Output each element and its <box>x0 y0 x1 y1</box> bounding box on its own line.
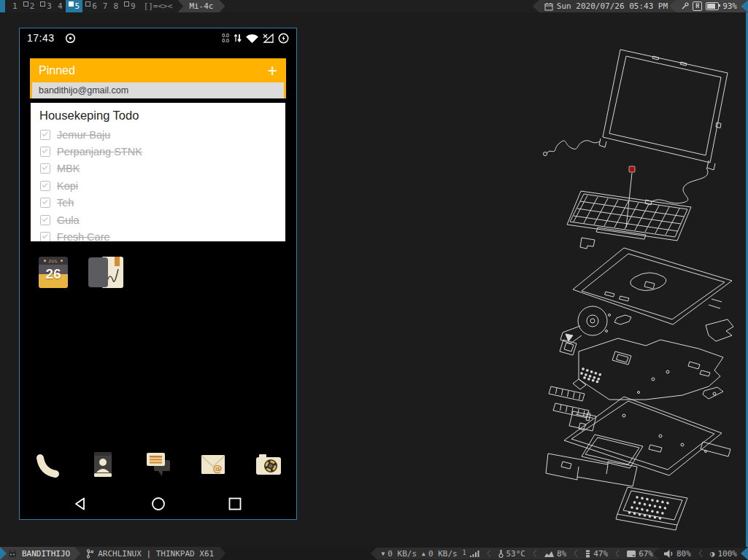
git-branch-icon <box>86 549 93 559</box>
todo-item[interactable]: Teh <box>31 195 285 211</box>
host-module: ARCHLINUX | THINKPAD X61 <box>74 547 225 560</box>
occupied-marker-icon <box>85 1 90 7</box>
thinkpad-exploded-art <box>536 29 741 532</box>
layout-indicator: []=<>< <box>144 1 173 11</box>
todo-item[interactable]: Jemur Baju <box>31 126 285 143</box>
workspace-8[interactable]: 8 <box>110 0 121 12</box>
widget-title: Pinned <box>39 64 75 77</box>
battery-percent: 93% <box>722 1 737 11</box>
checked-checkbox-icon[interactable] <box>40 198 50 208</box>
bar-edge-accent <box>0 0 5 12</box>
home-icon[interactable] <box>144 491 173 517</box>
memory-stick-icon <box>585 550 590 558</box>
add-note-button[interactable]: + <box>268 63 277 78</box>
user-module: BANDITHIJO <box>0 547 80 560</box>
svg-text:@: @ <box>213 463 223 474</box>
focused-marker-icon <box>69 1 74 7</box>
battery-saver-icon <box>278 33 289 44</box>
workspace-5-active[interactable]: 5 <box>66 0 83 12</box>
account-row[interactable]: bandithijo@gmail.com <box>30 82 286 98</box>
widget-header: Pinned + <box>30 58 286 82</box>
workspace-2[interactable]: 2 <box>20 0 38 12</box>
separator-icon <box>615 549 620 558</box>
volume-module[interactable]: 80% <box>664 549 691 559</box>
back-icon[interactable] <box>66 491 96 517</box>
window-title: Mi-4c <box>177 0 225 12</box>
todo-item[interactable]: MBK <box>31 160 285 177</box>
workspace-9[interactable]: 9 <box>121 0 139 12</box>
system-module: H 93% <box>669 0 747 12</box>
signal-module: 1 <box>463 550 479 557</box>
todo-note-card[interactable]: Housekeping Todo Jemur Baju Perpanjang S… <box>31 103 285 241</box>
brightness-module[interactable]: ◑ 100% <box>710 549 737 559</box>
robot-icon <box>7 549 18 558</box>
separator-icon <box>698 549 703 558</box>
upload-icon: ▲ <box>422 551 425 557</box>
email-app-icon[interactable]: @ <box>196 447 231 482</box>
workspace-3[interactable]: 3 <box>37 0 55 12</box>
temperature-module: 53°C <box>498 549 526 559</box>
memory-module: 47% <box>585 549 608 559</box>
hard-disk-icon <box>627 551 636 557</box>
cpu-graph-icon <box>544 550 554 557</box>
phone-app-icon[interactable] <box>30 447 65 482</box>
disk-module: 67% <box>627 549 653 559</box>
network-down-module: ▼ 0 KB/s <box>382 549 417 559</box>
occupied-marker-icon <box>40 1 45 7</box>
thermometer-icon <box>498 549 504 558</box>
recents-icon[interactable] <box>220 491 250 517</box>
workspace-6[interactable]: 6 <box>82 0 100 12</box>
journal-app-icon[interactable] <box>88 257 123 288</box>
todo-title: Housekeping Todo <box>31 103 285 126</box>
brightness-icon: ◑ <box>710 549 715 559</box>
occupied-marker-icon <box>124 1 129 7</box>
pinned-notes-widget: Pinned + bandithijo@gmail.com <box>30 58 286 98</box>
checked-checkbox-icon[interactable] <box>40 147 50 157</box>
occupied-marker-icon <box>23 1 28 7</box>
todo-item[interactable]: Gula <box>31 211 285 228</box>
contacts-app-icon[interactable] <box>85 447 120 482</box>
separator-icon <box>533 549 537 558</box>
android-clock: 17:43 <box>27 32 55 44</box>
top-status-bar: 1 2 3 4 5 6 7 8 9 []=<>< Mi-4c Sun 2020/… <box>0 0 748 12</box>
battery-icon <box>706 2 719 10</box>
workspace-1[interactable]: 1 <box>9 0 20 12</box>
calendar-icon <box>544 2 553 11</box>
separator-icon <box>487 549 491 558</box>
data-saver-icon <box>65 33 76 44</box>
speaker-icon <box>664 550 674 558</box>
workspace-4[interactable]: 4 <box>55 0 66 12</box>
checked-checkbox-icon[interactable] <box>40 181 50 191</box>
android-nav-bar <box>20 491 296 517</box>
todo-item[interactable]: Kopi <box>31 177 285 194</box>
desktop-screen: 1 2 3 4 5 6 7 8 9 []=<>< Mi-4c Sun 2020/… <box>0 0 748 560</box>
network-up-module: ▲ 0 KB/s <box>422 549 458 559</box>
separator-icon <box>574 549 578 558</box>
calendar-app-icon[interactable]: JUL 26 <box>39 257 68 288</box>
download-icon: ▼ <box>382 551 385 557</box>
workspace-7[interactable]: 7 <box>100 0 111 12</box>
checked-checkbox-icon[interactable] <box>40 163 50 174</box>
favorites-dock: @ <box>20 447 296 482</box>
clock-module: Sun 2020/07/26 05:43 PM <box>533 0 675 12</box>
keyboard-layout-icon: H <box>693 1 702 11</box>
signal-bars-icon <box>470 550 479 557</box>
messages-app-icon[interactable] <box>141 447 176 482</box>
wrench-icon <box>681 2 689 10</box>
wifi-icon <box>246 34 258 43</box>
checked-checkbox-icon[interactable] <box>40 232 50 241</box>
desktop-wallpaper: 17:43 0.00.0 <box>0 12 748 547</box>
todo-item[interactable]: Perpanjang STNK <box>31 143 285 160</box>
camera-app-icon[interactable] <box>251 447 286 482</box>
checked-checkbox-icon[interactable] <box>40 215 50 225</box>
volume-brightness-modules: 80% ◑ 100% <box>653 548 747 560</box>
todo-item[interactable]: Fresh Care <box>31 228 285 241</box>
account-email: bandithijo@gmail.com <box>39 85 128 96</box>
bottom-status-bar: BANDITHIJO ARCHLINUX | THINKPAD X61 ▼ 0 … <box>0 547 748 560</box>
android-status-bar: 17:43 0.00.0 <box>20 28 296 47</box>
checked-checkbox-icon[interactable] <box>40 130 50 140</box>
no-sim-icon <box>263 34 274 43</box>
stats-modules: ▼ 0 KB/s ▲ 0 KB/s 1 <box>371 548 659 560</box>
scrcpy-phone-window[interactable]: 17:43 0.00.0 <box>19 28 297 520</box>
traffic-arrows-icon <box>234 33 242 43</box>
